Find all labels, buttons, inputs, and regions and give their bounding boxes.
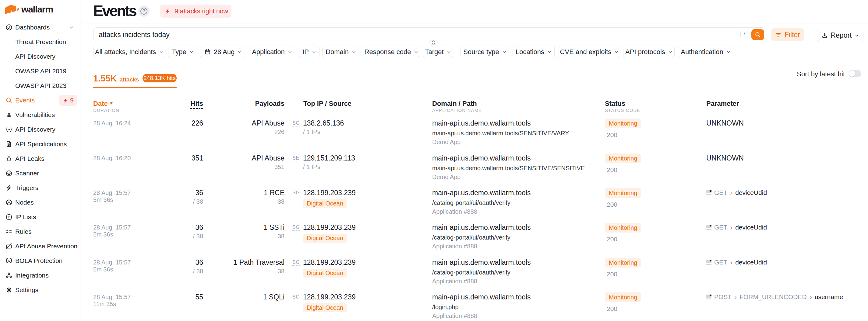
svg-text:IP: IP [8, 216, 10, 219]
svg-text:ID: ID [8, 260, 10, 262]
